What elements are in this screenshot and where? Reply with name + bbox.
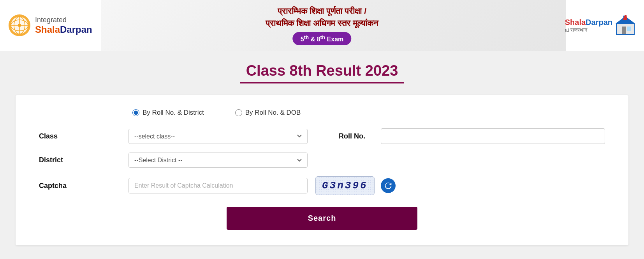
logo-text-block: Integrated ShalaDarpan — [35, 16, 92, 35]
main-content: Class 8th Result 2023 By Roll No. & Dist… — [0, 51, 644, 259]
search-btn-row: Search — [39, 207, 605, 230]
radio-by-roll-dob[interactable]: By Roll No. & DOB — [235, 109, 301, 117]
class-roll-row: Class --select class-- Class 5 Class 8 R… — [39, 128, 605, 144]
logo-right-text: ShalaDarpan at राजस्थान — [565, 18, 612, 33]
captcha-image-area: G3n396 — [315, 176, 396, 195]
radio-roll-district-input[interactable] — [132, 109, 139, 116]
captcha-image: G3n396 — [315, 176, 375, 195]
logo-left: Integrated ShalaDarpan — [8, 14, 92, 37]
svg-marker-12 — [623, 15, 627, 20]
refresh-icon — [384, 182, 392, 190]
roll-label: Roll No. — [339, 132, 365, 140]
radio-roll-dob-label: By Roll No. & DOB — [245, 109, 301, 117]
class-select-area: --select class-- Class 5 Class 8 — [128, 129, 308, 144]
captcha-label: Captcha — [39, 182, 128, 190]
header: Integrated ShalaDarpan प्रारम्भिक शिक्षा… — [0, 0, 644, 51]
hindi-title-line2: प्राथमिक शिक्षा अधिगम स्तर मूल्यांकन — [266, 18, 378, 30]
captcha-row: Captcha G3n396 — [39, 176, 605, 195]
svg-rect-10 — [627, 27, 631, 31]
exam-badge: 5th & 8th Exam — [293, 32, 352, 45]
radio-roll-district-label: By Roll No. & District — [143, 109, 204, 117]
class-label: Class — [39, 132, 128, 140]
form-card: By Roll No. & District By Roll No. & DOB… — [16, 95, 628, 245]
svg-rect-9 — [622, 27, 626, 34]
logo-shaladarpan: ShalaDarpan — [35, 24, 92, 35]
district-select-area: --Select District -- — [128, 153, 308, 168]
emblem-icon — [8, 14, 31, 37]
district-label: District — [39, 156, 128, 164]
header-center: प्रारम्भिक शिक्षा पूर्णता परीक्षा / प्रा… — [266, 5, 378, 45]
title-underline — [240, 82, 404, 83]
captcha-input[interactable] — [128, 178, 308, 193]
logo-integrated: Integrated — [35, 16, 92, 24]
class-select[interactable]: --select class-- Class 5 Class 8 — [128, 129, 308, 144]
house-icon — [615, 15, 636, 36]
captcha-refresh-button[interactable] — [381, 178, 396, 193]
roll-input[interactable] — [381, 128, 605, 144]
district-row: District --Select District -- — [39, 153, 605, 168]
page-title: Class 8th Result 2023 — [16, 62, 628, 79]
radio-row: By Roll No. & District By Roll No. & DOB — [39, 109, 605, 117]
search-button[interactable]: Search — [227, 207, 417, 230]
captcha-input-area — [128, 178, 308, 193]
logo-right: ShalaDarpan at राजस्थान — [565, 15, 636, 36]
radio-roll-dob-input[interactable] — [235, 109, 242, 116]
district-select[interactable]: --Select District -- — [128, 153, 308, 168]
roll-area: Roll No. — [339, 128, 605, 144]
radio-by-roll-district[interactable]: By Roll No. & District — [132, 109, 204, 117]
hindi-title-line1: प्रारम्भिक शिक्षा पूर्णता परीक्षा / — [266, 5, 378, 18]
logo-right-sub: at राजस्थान — [565, 27, 612, 33]
